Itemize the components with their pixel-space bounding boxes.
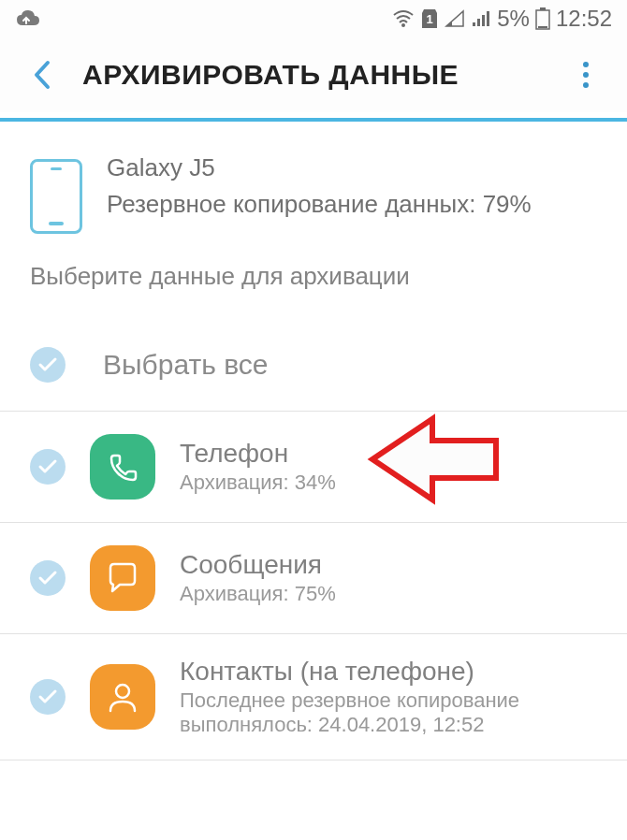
- page-title: АРХИВИРОВАТЬ ДАННЫЕ: [82, 59, 459, 91]
- data-list: Выбрать все Телефон Архивация: 34% Сообщ…: [0, 319, 627, 760]
- back-button[interactable]: [22, 56, 60, 94]
- checkbox-phone[interactable]: [30, 449, 66, 485]
- svg-rect-5: [487, 11, 489, 26]
- device-name: Galaxy J5: [107, 153, 532, 182]
- svg-point-12: [116, 685, 129, 698]
- instruction-text: Выберите данные для архивации: [0, 256, 627, 319]
- item-sub: Архивация: 75%: [180, 582, 597, 606]
- signal-icon-1: [445, 9, 465, 28]
- phone-app-icon: [90, 434, 155, 500]
- item-title: Сообщения: [180, 550, 597, 580]
- svg-rect-8: [538, 26, 547, 28]
- wifi-icon: [392, 9, 415, 28]
- select-all-row[interactable]: Выбрать все: [0, 319, 627, 412]
- svg-point-9: [583, 62, 589, 67]
- svg-text:1: 1: [427, 12, 433, 26]
- contacts-app-icon: [90, 664, 155, 730]
- svg-point-0: [401, 23, 405, 27]
- more-button[interactable]: [567, 56, 605, 94]
- phone-device-icon: [30, 159, 82, 234]
- time: 12:52: [556, 6, 612, 32]
- list-item-phone[interactable]: Телефон Архивация: 34%: [0, 412, 627, 523]
- svg-rect-3: [477, 19, 480, 26]
- signal-icon-2: [471, 9, 491, 28]
- item-sub: Последнее резервное копирование выполнял…: [180, 688, 597, 737]
- status-bar: 1 5% 12:52: [0, 0, 627, 37]
- item-title: Контакты (на телефоне): [180, 657, 597, 687]
- checkbox-messages[interactable]: [30, 560, 66, 596]
- select-all-checkbox[interactable]: [30, 347, 66, 383]
- svg-rect-4: [482, 15, 485, 26]
- device-info: Galaxy J5 Резервное копирование данных: …: [0, 122, 627, 256]
- messages-app-icon: [90, 545, 155, 611]
- sim-icon: 1: [420, 7, 439, 30]
- svg-point-11: [583, 82, 589, 88]
- device-backup-status: Резервное копирование данных: 79%: [107, 188, 532, 221]
- battery-icon: [535, 7, 550, 30]
- cloud-icon: [15, 8, 41, 29]
- list-item-messages[interactable]: Сообщения Архивация: 75%: [0, 523, 627, 634]
- svg-point-10: [583, 72, 589, 78]
- app-bar: АРХИВИРОВАТЬ ДАННЫЕ: [0, 37, 627, 112]
- select-all-label: Выбрать все: [103, 349, 268, 381]
- svg-rect-2: [473, 22, 475, 26]
- annotation-arrow: [365, 408, 505, 511]
- checkbox-contacts[interactable]: [30, 679, 66, 715]
- battery-percent: 5%: [497, 6, 530, 32]
- list-item-contacts[interactable]: Контакты (на телефоне) Последнее резервн…: [0, 634, 627, 760]
